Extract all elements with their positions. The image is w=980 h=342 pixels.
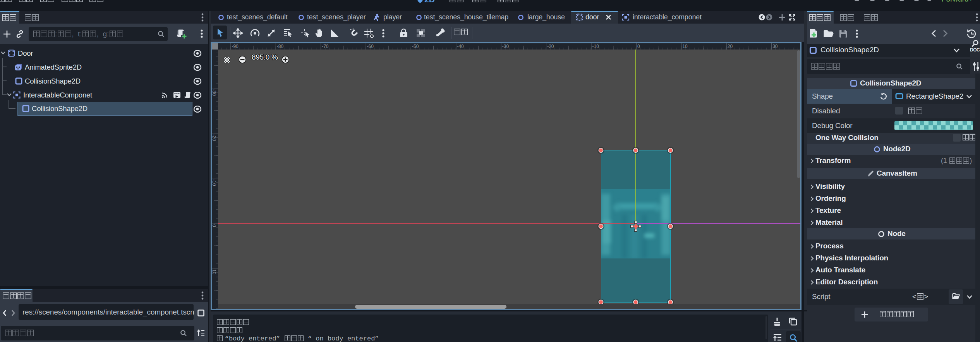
svg-text:DOC: DOC (970, 47, 980, 53)
